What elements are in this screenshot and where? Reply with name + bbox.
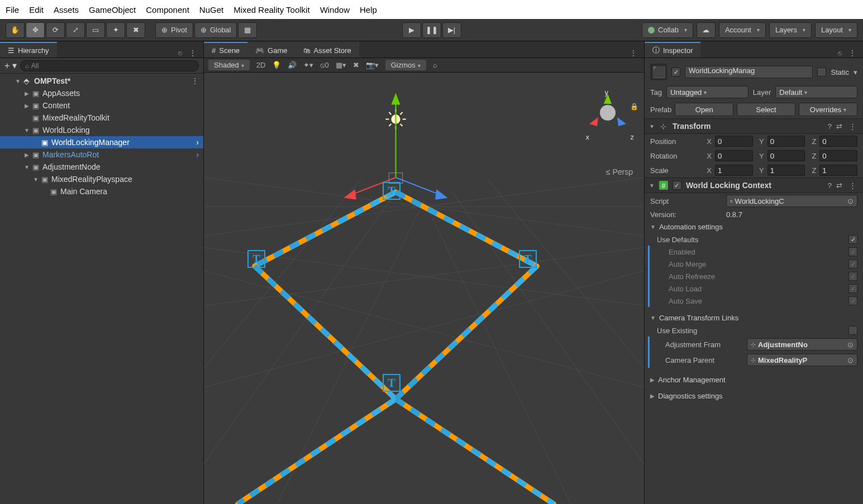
menu-window[interactable]: Window xyxy=(320,5,350,15)
gizmos-dropdown[interactable]: Gizmos xyxy=(385,60,426,70)
node-wlm[interactable]: ▣WorldLockingManager› xyxy=(0,136,203,148)
adjustment-frame-field[interactable]: ⊹AdjustmentNo⊙ xyxy=(747,338,857,351)
layer-dropdown[interactable]: Default xyxy=(775,86,857,98)
tools-icon[interactable]: ✖ xyxy=(353,61,359,69)
play-button[interactable]: ▶ xyxy=(402,22,421,38)
hierarchy-tab[interactable]: ☰Hierarchy xyxy=(0,42,57,57)
move-tool[interactable]: ✥ xyxy=(26,22,45,38)
menu-edit[interactable]: Edit xyxy=(29,5,44,15)
wlc-enable-checkbox[interactable] xyxy=(673,181,681,190)
layout-dropdown[interactable]: Layout xyxy=(815,22,857,38)
preset-icon[interactable]: ⇄ xyxy=(836,181,842,190)
node-maincamera[interactable]: ▣Main Camera xyxy=(0,185,203,198)
cloud-button[interactable]: ☁ xyxy=(697,22,716,38)
panel-menu-icon[interactable]: ⋮ xyxy=(187,49,199,57)
pos-y[interactable] xyxy=(767,136,805,147)
menu-nuget[interactable]: NuGet xyxy=(199,5,223,15)
scale-y[interactable] xyxy=(767,165,805,176)
layers-dropdown[interactable]: Layers xyxy=(769,22,812,38)
menu-file[interactable]: File xyxy=(6,5,19,15)
account-dropdown[interactable]: Account xyxy=(719,22,766,38)
component-menu-icon[interactable]: ⋮ xyxy=(847,122,859,131)
lock-icon[interactable]: ⎋ xyxy=(838,49,842,57)
component-menu-icon[interactable]: ⋮ xyxy=(847,181,859,190)
grid-icon[interactable]: ▦▾ xyxy=(336,61,346,69)
use-existing-checkbox[interactable] xyxy=(848,326,857,335)
use-defaults-checkbox[interactable] xyxy=(848,235,857,244)
global-toggle[interactable]: ⊕ Global xyxy=(194,22,237,38)
prefab-open-button[interactable]: Open xyxy=(675,103,733,116)
preset-icon[interactable]: ⇄ xyxy=(836,122,842,131)
light-icon[interactable]: 💡 xyxy=(272,61,281,69)
scale-x[interactable] xyxy=(715,165,753,176)
node-worldlocking[interactable]: ▼▣WorldLocking xyxy=(0,124,203,136)
scale-tool[interactable]: ⤢ xyxy=(66,22,85,38)
help-icon[interactable]: ? xyxy=(828,181,832,190)
panel-menu-icon[interactable]: ⋮ xyxy=(846,49,859,57)
camera-icon[interactable]: 📷▾ xyxy=(366,61,379,69)
prefab-overrides-button[interactable]: Overrides xyxy=(799,103,857,116)
inspector-tab[interactable]: ⓘInspector xyxy=(645,42,700,57)
node-appassets[interactable]: ▶▣AppAssets xyxy=(0,87,203,99)
shading-mode-dropdown[interactable]: Shaded xyxy=(208,60,250,70)
scene-tab[interactable]: #Scene xyxy=(204,42,247,57)
node-adjustment[interactable]: ▼▣AdjustmentNode xyxy=(0,161,203,173)
menu-component[interactable]: Component xyxy=(146,5,189,15)
static-checkbox[interactable] xyxy=(817,68,826,76)
prefab-select-button[interactable]: Select xyxy=(737,103,795,116)
orientation-gizmo[interactable] xyxy=(583,89,633,140)
anchor-mgmt-header[interactable]: ▶Anchor Management xyxy=(645,373,863,386)
asset-store-tab[interactable]: 🛍Asset Store xyxy=(295,42,359,57)
hierarchy-search[interactable]: ⌕All xyxy=(20,60,199,71)
hidden-icon[interactable]: ⦸0 xyxy=(320,61,328,70)
menu-mrtk[interactable]: Mixed Reality Toolkit xyxy=(233,5,309,15)
pos-z[interactable] xyxy=(819,136,857,147)
transform-header[interactable]: ▼ ⊹ Transform ? ⇄ ⋮ xyxy=(645,118,863,134)
collab-dropdown[interactable]: Collab xyxy=(642,22,693,38)
wlc-header[interactable]: ▼ # World Locking Context ? ⇄ ⋮ xyxy=(645,177,863,193)
automation-header[interactable]: ▼Automation settings xyxy=(645,220,863,233)
node-markers[interactable]: ▶▣MarkersAutoRot› xyxy=(0,148,203,161)
tag-dropdown[interactable]: Untagged xyxy=(666,86,748,98)
snap-toggle[interactable]: ▦ xyxy=(238,22,257,38)
toggle-2d[interactable]: 2D xyxy=(256,61,266,69)
camera-parent-field[interactable]: ⊹MixedRealityP⊙ xyxy=(747,354,857,366)
rotate-tool[interactable]: ⟳ xyxy=(46,22,65,38)
menu-assets[interactable]: Assets xyxy=(54,5,79,15)
help-icon[interactable]: ? xyxy=(828,122,832,131)
audio-icon[interactable]: 🔊 xyxy=(288,61,297,69)
custom-tool[interactable]: ✖ xyxy=(126,22,145,38)
node-content[interactable]: ▶▣Content xyxy=(0,99,203,112)
fx-icon[interactable]: ✦▾ xyxy=(303,61,313,69)
node-mrtk[interactable]: ▣MixedRealityToolkit xyxy=(0,112,203,124)
object-picker-icon[interactable]: ⊙ xyxy=(847,340,854,349)
scene-root[interactable]: ▼⬘OMPTest*⋮ xyxy=(0,75,203,87)
pos-x[interactable] xyxy=(715,136,753,147)
menu-gameobject[interactable]: GameObject xyxy=(89,5,136,15)
pause-button[interactable]: ❚❚ xyxy=(422,22,441,38)
lock-icon[interactable]: ⎋ xyxy=(178,49,182,57)
gameobject-icon[interactable]: ⬛ xyxy=(650,64,667,80)
scale-z[interactable] xyxy=(819,165,857,176)
panel-menu-icon[interactable]: ⋮ xyxy=(627,49,640,57)
rot-z[interactable] xyxy=(819,150,857,161)
object-picker-icon[interactable]: ⊙ xyxy=(847,356,854,364)
rot-y[interactable] xyxy=(767,150,805,161)
node-playspace[interactable]: ▼▣MixedRealityPlayspace xyxy=(0,173,203,185)
step-button[interactable]: ▶| xyxy=(442,22,461,38)
diagnostics-header[interactable]: ▶Diagnostics settings xyxy=(645,390,863,402)
rect-tool[interactable]: ▭ xyxy=(86,22,105,38)
pivot-toggle[interactable]: ⊕ Pivot xyxy=(155,22,193,38)
search-icon[interactable]: ⌕ xyxy=(433,61,437,69)
active-checkbox[interactable] xyxy=(671,68,680,76)
scene-viewport[interactable]: T T T T ≤ Persp 🔒 y x z xyxy=(204,73,644,504)
gameobject-name-field[interactable]: WorldLockingManag xyxy=(685,66,813,78)
create-dropdown[interactable]: + ▾ xyxy=(4,60,17,71)
transform-tool[interactable]: ✦ xyxy=(106,22,125,38)
scene-menu-icon[interactable]: ⋮ xyxy=(189,76,203,85)
game-tab[interactable]: 🎮Game xyxy=(247,42,295,57)
hand-tool[interactable]: ✋ xyxy=(6,22,25,38)
rot-x[interactable] xyxy=(715,150,753,161)
menu-help[interactable]: Help xyxy=(360,5,377,15)
camlinks-header[interactable]: ▼Camera Transform Links xyxy=(645,311,863,324)
